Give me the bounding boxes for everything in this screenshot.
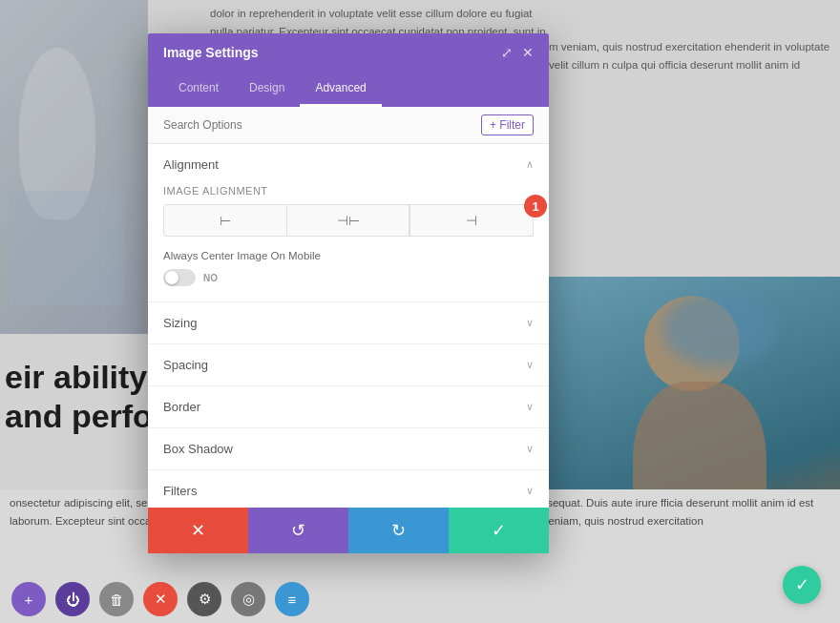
spacing-section: Spacing ∨: [148, 344, 549, 386]
redo-icon: ↻: [391, 520, 406, 541]
filters-chevron-icon: ∨: [526, 485, 534, 497]
modal-actions: ✕ ↺ ↻ ✓: [148, 508, 549, 553]
bottom-toolbar: + ⏻ 🗑 ✕ ⚙ ◎ ≡: [0, 575, 840, 623]
power-icon: ⏻: [66, 592, 80, 608]
spacing-section-title: Spacing: [163, 358, 208, 372]
align-center-icon: ⊣⊢: [337, 213, 360, 228]
modal-titlebar-icons: ⤢ ✕: [501, 45, 534, 60]
sizing-chevron-icon: ∨: [526, 317, 534, 329]
add-icon: +: [25, 592, 33, 608]
mobile-toggle-row: NO: [163, 269, 534, 286]
close-icon[interactable]: ✕: [522, 45, 534, 60]
toolbar-settings-button[interactable]: ◎: [231, 582, 265, 616]
border-chevron-icon: ∨: [526, 401, 534, 413]
modal-body[interactable]: Alignment ∧ Image Alignment ⊢ ⊣⊢ ⊣ 1: [148, 144, 549, 508]
border-section-header[interactable]: Border ∨: [148, 386, 549, 427]
modal-title: Image Settings: [163, 45, 259, 60]
filters-section-title: Filters: [163, 484, 197, 498]
toolbar-power-button[interactable]: ⏻: [55, 582, 90, 616]
alignment-section-title: Alignment: [163, 157, 219, 172]
spacing-chevron-icon: ∨: [526, 359, 534, 371]
align-left-icon: ⊢: [220, 213, 231, 228]
toggle-thumb: [165, 271, 178, 284]
modal-tabs: Content Design Advanced: [148, 72, 549, 107]
border-section-title: Border: [163, 400, 200, 414]
modal-search-bar: + Filter: [148, 107, 549, 144]
toolbar-trash-button[interactable]: 🗑: [99, 582, 134, 616]
maximize-icon[interactable]: ⤢: [501, 45, 513, 60]
toggle-track[interactable]: [163, 269, 196, 286]
box-shadow-section-title: Box Shadow: [163, 442, 233, 456]
toolbar-close-button[interactable]: ✕: [143, 582, 178, 616]
save-icon: ✓: [492, 520, 506, 541]
toolbar-gear-button[interactable]: ⚙: [187, 582, 221, 616]
undo-icon: ↺: [291, 520, 305, 541]
settings-icon: ◎: [242, 591, 255, 608]
spacing-section-header[interactable]: Spacing ∨: [148, 344, 549, 385]
step-badge: 1: [524, 195, 547, 218]
alignment-section: Alignment ∧ Image Alignment ⊢ ⊣⊢ ⊣ 1: [148, 144, 549, 302]
align-center-button[interactable]: ⊣⊢: [287, 204, 410, 237]
image-alignment-label: Image Alignment: [163, 185, 534, 197]
filter-button[interactable]: + Filter: [481, 114, 534, 135]
box-shadow-chevron-icon: ∨: [526, 443, 534, 455]
sizing-section: Sizing ∨: [148, 302, 549, 344]
tab-content[interactable]: Content: [163, 72, 234, 107]
mobile-toggle[interactable]: [163, 269, 196, 286]
tab-design[interactable]: Design: [234, 72, 300, 107]
undo-button[interactable]: ↺: [248, 508, 348, 553]
align-left-button[interactable]: ⊢: [163, 204, 287, 237]
tab-advanced[interactable]: Advanced: [300, 72, 381, 107]
filter-label: + Filter: [490, 118, 525, 132]
redo-button[interactable]: ↻: [348, 508, 449, 553]
toolbar-menu-button[interactable]: ≡: [275, 582, 309, 616]
box-shadow-section: Box Shadow ∨: [148, 428, 549, 470]
alignment-buttons: ⊢ ⊣⊢ ⊣ 1: [163, 204, 534, 237]
mobile-center-label: Always Center Image On Mobile: [163, 250, 534, 261]
delete-button[interactable]: ✕: [148, 508, 248, 553]
align-right-button[interactable]: ⊣: [410, 204, 534, 237]
toggle-label: NO: [203, 273, 218, 283]
align-right-icon: ⊣: [466, 213, 477, 228]
filters-section: Filters ∨: [148, 470, 549, 508]
gear-icon: ⚙: [199, 591, 211, 608]
alignment-section-content: Image Alignment ⊢ ⊣⊢ ⊣ 1 Always Center I…: [148, 185, 549, 301]
menu-icon: ≡: [288, 592, 297, 608]
delete-icon: ✕: [191, 520, 205, 541]
save-button[interactable]: ✓: [449, 508, 549, 553]
image-settings-modal: Image Settings ⤢ ✕ Content Design Advanc…: [148, 33, 549, 553]
modal-titlebar: Image Settings ⤢ ✕: [148, 33, 549, 72]
alignment-chevron-icon: ∧: [526, 158, 534, 171]
sizing-section-header[interactable]: Sizing ∨: [148, 302, 549, 343]
trash-icon: 🗑: [110, 592, 124, 608]
border-section: Border ∨: [148, 386, 549, 428]
toolbar-add-button[interactable]: +: [11, 582, 46, 616]
search-input[interactable]: [163, 118, 481, 132]
sizing-section-title: Sizing: [163, 316, 197, 330]
filters-section-header[interactable]: Filters ∨: [148, 470, 549, 508]
box-shadow-section-header[interactable]: Box Shadow ∨: [148, 428, 549, 469]
alignment-section-header[interactable]: Alignment ∧: [148, 144, 549, 185]
close-icon: ✕: [155, 591, 167, 608]
